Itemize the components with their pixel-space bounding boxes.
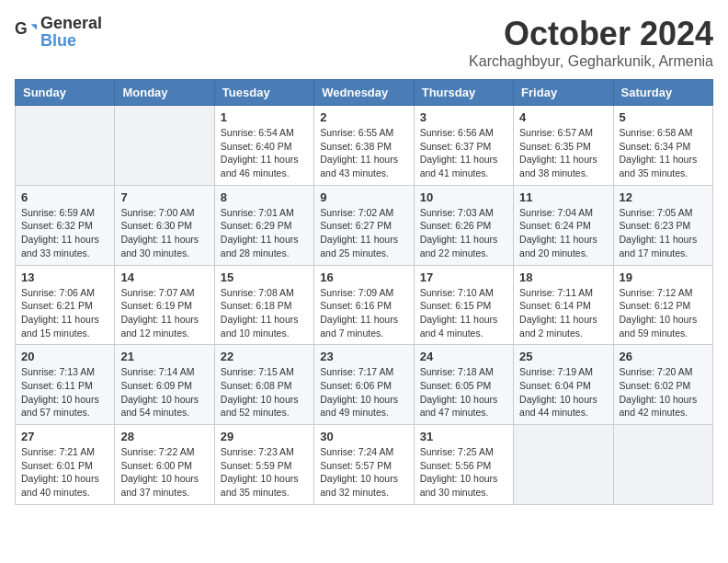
calendar-cell: 16Sunrise: 7:09 AM Sunset: 6:16 PM Dayli… (314, 265, 414, 345)
day-number: 31 (420, 430, 507, 443)
calendar-cell (16, 106, 115, 186)
day-info: Sunrise: 7:24 AM Sunset: 5:57 PM Dayligh… (320, 445, 407, 500)
day-info: Sunrise: 7:17 AM Sunset: 6:06 PM Dayligh… (320, 365, 407, 419)
day-number: 25 (519, 350, 607, 363)
day-number: 7 (120, 190, 208, 204)
day-info: Sunrise: 7:12 AM Sunset: 6:12 PM Dayligh… (620, 286, 707, 340)
day-number: 27 (21, 430, 108, 443)
day-info: Sunrise: 7:14 AM Sunset: 6:09 PM Dayligh… (120, 365, 208, 419)
day-number: 9 (320, 190, 407, 204)
calendar-cell: 28Sunrise: 7:22 AM Sunset: 6:00 PM Dayli… (115, 425, 214, 505)
weekday-header: Thursday (414, 80, 513, 106)
calendar-cell: 8Sunrise: 7:01 AM Sunset: 6:29 PM Daylig… (214, 185, 313, 265)
calendar-cell: 14Sunrise: 7:07 AM Sunset: 6:19 PM Dayli… (115, 265, 214, 345)
day-number: 13 (21, 270, 108, 284)
calendar-week-row: 1Sunrise: 6:54 AM Sunset: 6:40 PM Daylig… (16, 106, 713, 186)
day-info: Sunrise: 7:04 AM Sunset: 6:24 PM Dayligh… (519, 206, 607, 260)
day-number: 11 (519, 190, 607, 204)
calendar-table: SundayMondayTuesdayWednesdayThursdayFrid… (15, 79, 713, 505)
calendar-cell: 5Sunrise: 6:58 AM Sunset: 6:34 PM Daylig… (613, 106, 712, 186)
day-info: Sunrise: 7:19 AM Sunset: 6:04 PM Dayligh… (519, 365, 607, 419)
calendar-cell: 22Sunrise: 7:15 AM Sunset: 6:08 PM Dayli… (214, 345, 313, 425)
day-info: Sunrise: 7:00 AM Sunset: 6:30 PM Dayligh… (120, 206, 208, 260)
calendar-cell: 19Sunrise: 7:12 AM Sunset: 6:12 PM Dayli… (613, 265, 712, 345)
day-info: Sunrise: 7:06 AM Sunset: 6:21 PM Dayligh… (21, 286, 108, 340)
day-number: 22 (221, 350, 308, 363)
calendar-cell: 21Sunrise: 7:14 AM Sunset: 6:09 PM Dayli… (115, 345, 214, 425)
location-title: Karchaghbyur, Gegharkunik, Armenia (469, 53, 713, 70)
calendar-week-row: 13Sunrise: 7:06 AM Sunset: 6:21 PM Dayli… (16, 265, 713, 345)
weekday-header: Friday (514, 80, 613, 106)
calendar-week-row: 20Sunrise: 7:13 AM Sunset: 6:11 PM Dayli… (16, 345, 713, 425)
day-info: Sunrise: 7:02 AM Sunset: 6:27 PM Dayligh… (320, 206, 407, 260)
title-area: October 2024 Karchaghbyur, Gegharkunik, … (469, 15, 713, 70)
calendar-cell: 12Sunrise: 7:05 AM Sunset: 6:23 PM Dayli… (613, 185, 712, 265)
day-info: Sunrise: 6:57 AM Sunset: 6:35 PM Dayligh… (519, 126, 607, 180)
day-info: Sunrise: 7:18 AM Sunset: 6:05 PM Dayligh… (420, 365, 507, 419)
day-info: Sunrise: 6:58 AM Sunset: 6:34 PM Dayligh… (620, 126, 707, 180)
calendar-week-row: 27Sunrise: 7:21 AM Sunset: 6:01 PM Dayli… (16, 425, 713, 505)
day-info: Sunrise: 7:21 AM Sunset: 6:01 PM Dayligh… (21, 445, 108, 500)
calendar-cell: 18Sunrise: 7:11 AM Sunset: 6:14 PM Dayli… (514, 265, 613, 345)
day-number: 3 (420, 110, 507, 124)
day-info: Sunrise: 6:54 AM Sunset: 6:40 PM Dayligh… (221, 126, 308, 180)
day-number: 28 (120, 430, 208, 443)
day-info: Sunrise: 7:13 AM Sunset: 6:11 PM Dayligh… (21, 365, 108, 419)
calendar-cell: 25Sunrise: 7:19 AM Sunset: 6:04 PM Dayli… (514, 345, 613, 425)
day-info: Sunrise: 7:22 AM Sunset: 6:00 PM Dayligh… (120, 445, 208, 500)
day-info: Sunrise: 7:20 AM Sunset: 6:02 PM Dayligh… (620, 365, 707, 419)
calendar-cell: 2Sunrise: 6:55 AM Sunset: 6:38 PM Daylig… (314, 106, 414, 186)
calendar-cell: 1Sunrise: 6:54 AM Sunset: 6:40 PM Daylig… (214, 106, 313, 186)
day-number: 18 (519, 270, 607, 284)
calendar-cell: 31Sunrise: 7:25 AM Sunset: 5:56 PM Dayli… (414, 425, 513, 505)
calendar-cell: 20Sunrise: 7:13 AM Sunset: 6:11 PM Dayli… (16, 345, 115, 425)
weekday-header: Sunday (16, 80, 115, 106)
day-info: Sunrise: 6:55 AM Sunset: 6:38 PM Dayligh… (320, 126, 407, 180)
day-info: Sunrise: 7:07 AM Sunset: 6:19 PM Dayligh… (120, 286, 208, 340)
calendar-cell: 24Sunrise: 7:18 AM Sunset: 6:05 PM Dayli… (414, 345, 513, 425)
day-number: 19 (620, 270, 707, 284)
day-number: 24 (420, 350, 507, 363)
calendar-cell: 11Sunrise: 7:04 AM Sunset: 6:24 PM Dayli… (514, 185, 613, 265)
day-info: Sunrise: 7:10 AM Sunset: 6:15 PM Dayligh… (420, 286, 507, 340)
calendar-cell: 26Sunrise: 7:20 AM Sunset: 6:02 PM Dayli… (613, 345, 712, 425)
logo-general: General (40, 14, 102, 32)
day-info: Sunrise: 7:23 AM Sunset: 5:59 PM Dayligh… (221, 445, 308, 500)
day-info: Sunrise: 7:03 AM Sunset: 6:26 PM Dayligh… (420, 206, 507, 260)
svg-marker-1 (31, 24, 37, 29)
day-info: Sunrise: 7:01 AM Sunset: 6:29 PM Dayligh… (221, 206, 308, 260)
day-number: 30 (320, 430, 407, 443)
day-info: Sunrise: 7:11 AM Sunset: 6:14 PM Dayligh… (519, 286, 607, 340)
day-number: 10 (420, 190, 507, 204)
day-number: 6 (21, 190, 108, 204)
day-number: 17 (420, 270, 507, 284)
logo-icon: G (15, 21, 37, 43)
day-number: 15 (221, 270, 308, 284)
day-number: 1 (221, 110, 308, 124)
month-title: October 2024 (469, 15, 713, 53)
day-number: 5 (620, 110, 707, 124)
day-info: Sunrise: 7:09 AM Sunset: 6:16 PM Dayligh… (320, 286, 407, 340)
calendar-cell: 4Sunrise: 6:57 AM Sunset: 6:35 PM Daylig… (514, 106, 613, 186)
calendar-cell: 17Sunrise: 7:10 AM Sunset: 6:15 PM Dayli… (414, 265, 513, 345)
day-number: 12 (620, 190, 707, 204)
day-number: 26 (620, 350, 707, 363)
day-number: 2 (320, 110, 407, 124)
weekday-header: Monday (115, 80, 214, 106)
day-info: Sunrise: 7:15 AM Sunset: 6:08 PM Dayligh… (221, 365, 308, 419)
calendar-cell: 23Sunrise: 7:17 AM Sunset: 6:06 PM Dayli… (314, 345, 414, 425)
day-info: Sunrise: 6:56 AM Sunset: 6:37 PM Dayligh… (420, 126, 507, 180)
calendar-cell: 7Sunrise: 7:00 AM Sunset: 6:30 PM Daylig… (115, 185, 214, 265)
calendar-week-row: 6Sunrise: 6:59 AM Sunset: 6:32 PM Daylig… (16, 185, 713, 265)
day-number: 29 (221, 430, 308, 443)
calendar-cell: 10Sunrise: 7:03 AM Sunset: 6:26 PM Dayli… (414, 185, 513, 265)
svg-text:G: G (15, 21, 28, 38)
day-number: 21 (120, 350, 208, 363)
day-info: Sunrise: 6:59 AM Sunset: 6:32 PM Dayligh… (21, 206, 108, 260)
day-info: Sunrise: 7:08 AM Sunset: 6:18 PM Dayligh… (221, 286, 308, 340)
calendar-cell: 30Sunrise: 7:24 AM Sunset: 5:57 PM Dayli… (314, 425, 414, 505)
day-number: 4 (519, 110, 607, 124)
day-number: 8 (221, 190, 308, 204)
logo: G General Blue (15, 15, 102, 50)
calendar-cell: 6Sunrise: 6:59 AM Sunset: 6:32 PM Daylig… (16, 185, 115, 265)
